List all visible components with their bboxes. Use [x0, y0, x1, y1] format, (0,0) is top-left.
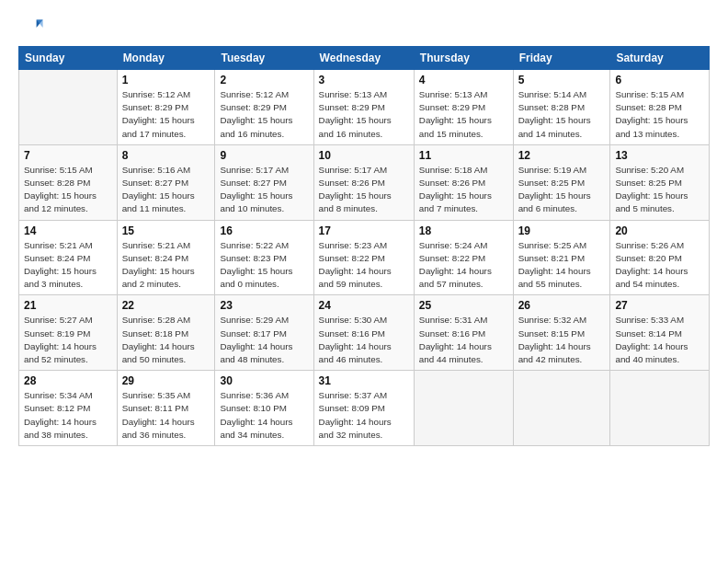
calendar-cell: 27Sunrise: 5:33 AM Sunset: 8:14 PM Dayli… — [610, 295, 710, 371]
day-info: Sunrise: 5:16 AM Sunset: 8:27 PM Dayligh… — [122, 164, 210, 216]
day-number: 8 — [122, 149, 210, 162]
calendar-cell: 5Sunrise: 5:14 AM Sunset: 8:28 PM Daylig… — [513, 70, 610, 145]
calendar-cell: 11Sunrise: 5:18 AM Sunset: 8:26 PM Dayli… — [414, 144, 513, 220]
calendar-cell: 19Sunrise: 5:25 AM Sunset: 8:21 PM Dayli… — [513, 220, 610, 295]
calendar-cell: 9Sunrise: 5:17 AM Sunset: 8:27 PM Daylig… — [215, 144, 313, 220]
day-number: 31 — [319, 374, 409, 387]
calendar-body: 1Sunrise: 5:12 AM Sunset: 8:29 PM Daylig… — [19, 70, 710, 446]
day-number: 23 — [220, 299, 308, 312]
calendar-cell: 21Sunrise: 5:27 AM Sunset: 8:19 PM Dayli… — [19, 295, 118, 371]
day-info: Sunrise: 5:30 AM Sunset: 8:16 PM Dayligh… — [319, 314, 409, 366]
calendar-cell: 1Sunrise: 5:12 AM Sunset: 8:29 PM Daylig… — [117, 70, 215, 145]
day-info: Sunrise: 5:36 AM Sunset: 8:10 PM Dayligh… — [220, 389, 308, 442]
calendar-header-wednesday: Wednesday — [313, 47, 414, 70]
day-info: Sunrise: 5:13 AM Sunset: 8:29 PM Dayligh… — [419, 88, 508, 141]
day-info: Sunrise: 5:35 AM Sunset: 8:11 PM Dayligh… — [122, 389, 210, 442]
day-info: Sunrise: 5:17 AM Sunset: 8:27 PM Dayligh… — [220, 164, 308, 216]
calendar-cell — [610, 371, 710, 446]
page: SundayMondayTuesdayWednesdayThursdayFrid… — [0, 0, 728, 455]
day-number: 6 — [615, 74, 704, 86]
calendar-cell — [19, 70, 118, 145]
calendar-week-5: 28Sunrise: 5:34 AM Sunset: 8:12 PM Dayli… — [19, 371, 710, 446]
day-number: 5 — [518, 74, 606, 86]
day-number: 20 — [615, 224, 704, 237]
day-info: Sunrise: 5:24 AM Sunset: 8:22 PM Dayligh… — [419, 239, 508, 292]
calendar-header-monday: Monday — [117, 47, 215, 70]
day-number: 27 — [615, 299, 704, 312]
calendar-cell: 22Sunrise: 5:28 AM Sunset: 8:18 PM Dayli… — [117, 295, 215, 371]
day-info: Sunrise: 5:31 AM Sunset: 8:16 PM Dayligh… — [419, 314, 508, 366]
day-info: Sunrise: 5:15 AM Sunset: 8:28 PM Dayligh… — [24, 164, 112, 216]
day-info: Sunrise: 5:18 AM Sunset: 8:26 PM Dayligh… — [419, 164, 508, 216]
calendar-header-thursday: Thursday — [414, 47, 513, 70]
calendar-header-sunday: Sunday — [19, 47, 118, 70]
day-number: 24 — [319, 299, 409, 312]
day-info: Sunrise: 5:12 AM Sunset: 8:29 PM Dayligh… — [220, 88, 308, 141]
day-number: 25 — [419, 299, 508, 312]
calendar-cell: 16Sunrise: 5:22 AM Sunset: 8:23 PM Dayli… — [215, 220, 313, 295]
day-info: Sunrise: 5:25 AM Sunset: 8:21 PM Dayligh… — [518, 239, 606, 292]
day-number: 16 — [220, 224, 308, 237]
calendar-cell: 18Sunrise: 5:24 AM Sunset: 8:22 PM Dayli… — [414, 220, 513, 295]
calendar-cell: 14Sunrise: 5:21 AM Sunset: 8:24 PM Dayli… — [19, 220, 118, 295]
calendar-header-tuesday: Tuesday — [215, 47, 313, 70]
calendar-cell: 30Sunrise: 5:36 AM Sunset: 8:10 PM Dayli… — [215, 371, 313, 446]
calendar-cell: 29Sunrise: 5:35 AM Sunset: 8:11 PM Dayli… — [117, 371, 215, 446]
day-info: Sunrise: 5:26 AM Sunset: 8:20 PM Dayligh… — [615, 239, 704, 292]
day-number: 2 — [220, 74, 308, 86]
calendar-week-1: 1Sunrise: 5:12 AM Sunset: 8:29 PM Daylig… — [19, 70, 710, 145]
calendar-cell: 23Sunrise: 5:29 AM Sunset: 8:17 PM Dayli… — [215, 295, 313, 371]
day-number: 18 — [419, 224, 508, 237]
calendar-week-2: 7Sunrise: 5:15 AM Sunset: 8:28 PM Daylig… — [19, 144, 710, 220]
day-info: Sunrise: 5:28 AM Sunset: 8:18 PM Dayligh… — [122, 314, 210, 366]
calendar-cell — [513, 371, 610, 446]
day-number: 12 — [518, 149, 606, 162]
calendar-cell: 7Sunrise: 5:15 AM Sunset: 8:28 PM Daylig… — [19, 144, 118, 220]
calendar-cell: 13Sunrise: 5:20 AM Sunset: 8:25 PM Dayli… — [610, 144, 710, 220]
calendar-cell: 31Sunrise: 5:37 AM Sunset: 8:09 PM Dayli… — [313, 371, 414, 446]
day-info: Sunrise: 5:22 AM Sunset: 8:23 PM Dayligh… — [220, 239, 308, 292]
day-number: 13 — [615, 149, 704, 162]
logo-icon — [18, 15, 44, 40]
day-info: Sunrise: 5:21 AM Sunset: 8:24 PM Dayligh… — [122, 239, 210, 292]
day-number: 1 — [122, 74, 210, 86]
day-number: 10 — [319, 149, 409, 162]
calendar-cell: 3Sunrise: 5:13 AM Sunset: 8:29 PM Daylig… — [313, 70, 414, 145]
day-number: 19 — [518, 224, 606, 237]
calendar-cell: 25Sunrise: 5:31 AM Sunset: 8:16 PM Dayli… — [414, 295, 513, 371]
day-info: Sunrise: 5:20 AM Sunset: 8:25 PM Dayligh… — [615, 164, 704, 216]
calendar-cell: 24Sunrise: 5:30 AM Sunset: 8:16 PM Dayli… — [313, 295, 414, 371]
day-number: 4 — [419, 74, 508, 86]
day-number: 21 — [24, 299, 112, 312]
calendar-header-row: SundayMondayTuesdayWednesdayThursdayFrid… — [19, 47, 710, 70]
calendar-cell: 26Sunrise: 5:32 AM Sunset: 8:15 PM Dayli… — [513, 295, 610, 371]
day-number: 28 — [24, 374, 112, 387]
calendar-week-4: 21Sunrise: 5:27 AM Sunset: 8:19 PM Dayli… — [19, 295, 710, 371]
calendar-cell: 6Sunrise: 5:15 AM Sunset: 8:28 PM Daylig… — [610, 70, 710, 145]
day-info: Sunrise: 5:37 AM Sunset: 8:09 PM Dayligh… — [319, 389, 409, 442]
calendar-week-3: 14Sunrise: 5:21 AM Sunset: 8:24 PM Dayli… — [19, 220, 710, 295]
day-number: 15 — [122, 224, 210, 237]
day-info: Sunrise: 5:19 AM Sunset: 8:25 PM Dayligh… — [518, 164, 606, 216]
day-number: 7 — [24, 149, 112, 162]
day-number: 14 — [24, 224, 112, 237]
day-number: 17 — [319, 224, 409, 237]
calendar-cell: 12Sunrise: 5:19 AM Sunset: 8:25 PM Dayli… — [513, 144, 610, 220]
calendar-cell: 15Sunrise: 5:21 AM Sunset: 8:24 PM Dayli… — [117, 220, 215, 295]
calendar-cell: 8Sunrise: 5:16 AM Sunset: 8:27 PM Daylig… — [117, 144, 215, 220]
day-number: 26 — [518, 299, 606, 312]
calendar-table: SundayMondayTuesdayWednesdayThursdayFrid… — [18, 46, 710, 446]
day-number: 22 — [122, 299, 210, 312]
header — [18, 15, 710, 40]
day-number: 29 — [122, 374, 210, 387]
day-info: Sunrise: 5:32 AM Sunset: 8:15 PM Dayligh… — [518, 314, 606, 366]
calendar-header-saturday: Saturday — [610, 47, 710, 70]
calendar-cell: 4Sunrise: 5:13 AM Sunset: 8:29 PM Daylig… — [414, 70, 513, 145]
day-info: Sunrise: 5:21 AM Sunset: 8:24 PM Dayligh… — [24, 239, 112, 292]
logo — [18, 15, 46, 40]
day-number: 9 — [220, 149, 308, 162]
calendar-cell: 17Sunrise: 5:23 AM Sunset: 8:22 PM Dayli… — [313, 220, 414, 295]
calendar-cell: 2Sunrise: 5:12 AM Sunset: 8:29 PM Daylig… — [215, 70, 313, 145]
calendar-cell: 28Sunrise: 5:34 AM Sunset: 8:12 PM Dayli… — [19, 371, 118, 446]
day-number: 30 — [220, 374, 308, 387]
